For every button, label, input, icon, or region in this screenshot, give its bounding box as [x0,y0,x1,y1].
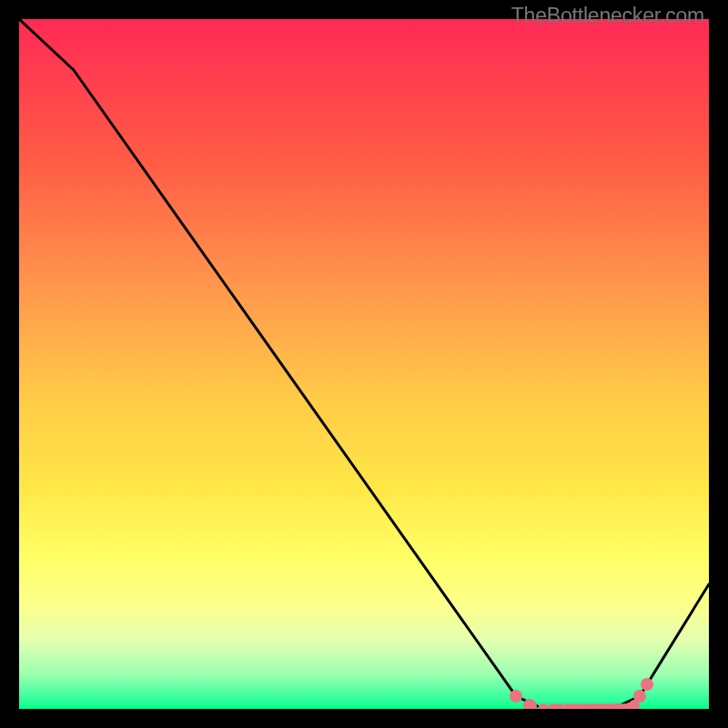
attribution-text: TheBottlenecker.com [511,4,704,28]
bottleneck-curve-line [19,19,709,709]
svg-point-1 [540,705,547,709]
marker-4 [642,679,652,690]
dotted-segment [528,693,643,709]
marker-1 [511,691,521,702]
chart-area [19,19,709,709]
svg-point-3 [556,705,563,709]
svg-point-17 [631,702,638,709]
chart-svg [19,19,709,709]
marker-2 [524,700,535,709]
marker-3 [634,691,645,702]
